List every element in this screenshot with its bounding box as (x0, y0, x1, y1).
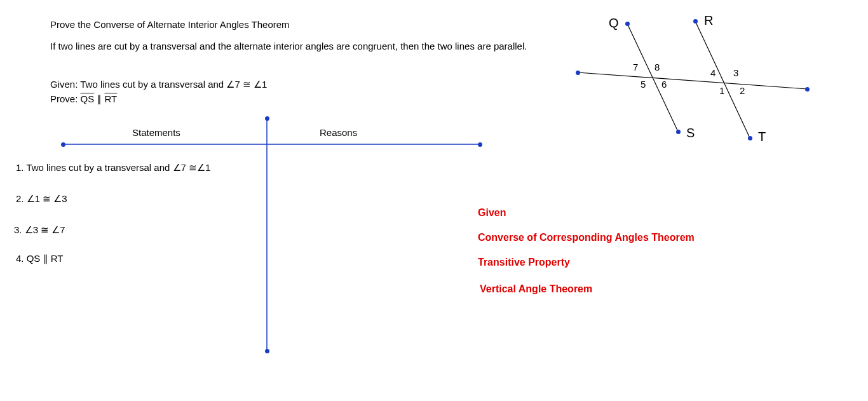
label-t: T (758, 130, 766, 144)
angle-3: 3 (733, 67, 738, 78)
angle-4: 4 (710, 67, 715, 78)
label-q: Q (609, 16, 619, 31)
label-s: S (686, 126, 695, 140)
geometry-diagram (0, 0, 868, 401)
point-s[interactable] (676, 130, 681, 134)
angle-8: 8 (654, 62, 660, 72)
svg-line-3 (627, 24, 678, 132)
svg-line-4 (695, 21, 750, 138)
point-q[interactable] (625, 22, 630, 26)
angle-5: 5 (641, 79, 646, 90)
label-r: R (704, 13, 713, 28)
point-r[interactable] (693, 19, 698, 24)
angle-1: 1 (719, 85, 724, 96)
svg-line-2 (578, 72, 807, 89)
point-transversal-right[interactable] (805, 87, 810, 92)
point-transversal-left[interactable] (576, 71, 580, 75)
angle-7: 7 (633, 62, 638, 72)
angle-6: 6 (661, 79, 667, 90)
angle-2: 2 (740, 85, 745, 96)
point-t[interactable] (748, 136, 752, 140)
